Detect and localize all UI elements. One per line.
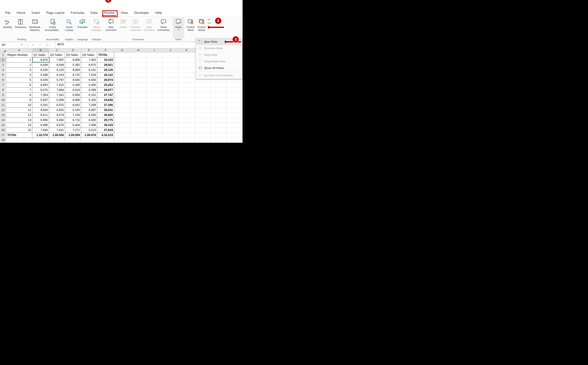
row-header[interactable]: 13 (0, 112, 6, 118)
cell[interactable]: 9,387 (81, 107, 97, 112)
cell[interactable]: 7,087 (49, 57, 65, 62)
cell[interactable] (114, 127, 130, 133)
cell[interactable] (162, 77, 178, 82)
cell[interactable]: 14 (6, 123, 32, 127)
cell[interactable]: 6,715 (65, 118, 81, 123)
cell[interactable] (114, 77, 130, 82)
cell[interactable] (227, 92, 243, 98)
cell[interactable]: 15 (6, 127, 32, 133)
cell[interactable]: Q4 Sales (81, 52, 97, 57)
cell[interactable] (114, 98, 130, 103)
tab-developer[interactable]: Developer (131, 10, 152, 16)
col-header-F[interactable]: F (97, 48, 114, 52)
cell[interactable] (49, 138, 65, 143)
cell[interactable]: 8,645 (65, 77, 81, 82)
cell[interactable] (227, 123, 243, 127)
tab-insert[interactable]: Insert (28, 10, 43, 16)
cell[interactable] (162, 87, 178, 92)
cell[interactable] (211, 138, 227, 143)
cell[interactable] (146, 52, 162, 57)
cell[interactable]: 5 (6, 77, 32, 82)
cell[interactable]: 5,413 (81, 127, 97, 133)
cell[interactable]: 7,884 (49, 87, 65, 92)
cell[interactable] (178, 92, 195, 98)
cell[interactable]: 8,575 (32, 87, 49, 92)
cell[interactable] (130, 112, 146, 118)
cell[interactable]: 1,06,076 (81, 133, 97, 138)
cell[interactable] (178, 87, 195, 92)
cell[interactable] (130, 107, 146, 112)
cell[interactable] (211, 103, 227, 107)
cell[interactable]: 27,819 (97, 127, 114, 133)
notes-button[interactable]: Notes (173, 18, 184, 38)
cell[interactable] (178, 67, 195, 72)
cell[interactable]: 7,441 (49, 127, 65, 133)
cell[interactable] (162, 112, 178, 118)
cell[interactable]: 5,655 (49, 107, 65, 112)
cell[interactable] (146, 87, 162, 92)
enter-icon[interactable]: ✓ (37, 43, 43, 47)
protect-workbook-button[interactable]: Protect Workb (196, 18, 207, 38)
cell[interactable]: 5,201 (32, 103, 49, 107)
cell[interactable] (195, 87, 210, 92)
tab-data[interactable]: Data (88, 10, 101, 16)
cell[interactable]: 7,038 (81, 103, 97, 107)
spelling-button[interactable]: abc Spelling (2, 18, 13, 38)
tab-pagelayout[interactable]: Page Layout (43, 10, 68, 16)
cell[interactable]: 5,145 (65, 107, 81, 112)
cell[interactable] (227, 127, 243, 133)
cell[interactable]: 8,052 (65, 103, 81, 107)
cell[interactable] (130, 138, 146, 143)
check-accessibility-button[interactable]: Check Accessibility ⌄ (43, 18, 62, 38)
cell[interactable]: 5,392 (65, 62, 81, 67)
cell[interactable] (178, 127, 195, 133)
cell[interactable] (227, 138, 243, 143)
cell[interactable]: 29,775 (97, 118, 114, 123)
row-header[interactable]: 11 (0, 103, 6, 107)
cell[interactable] (178, 107, 195, 112)
cell[interactable]: 7,271 (65, 127, 81, 133)
cell[interactable] (211, 112, 227, 118)
col-header-K[interactable]: K (178, 48, 195, 52)
tab-review[interactable]: Review (101, 10, 118, 16)
cell[interactable]: 8,579 (49, 112, 65, 118)
cell[interactable]: 4 (6, 72, 32, 77)
cell[interactable]: 7,694 (32, 127, 49, 133)
name-box-dropdown-icon[interactable] (21, 44, 23, 46)
cell[interactable] (162, 107, 178, 112)
cell[interactable] (97, 138, 114, 143)
cell[interactable] (130, 123, 146, 127)
cell[interactable]: 30,820 (97, 112, 114, 118)
cell[interactable]: 29,122 (97, 72, 114, 77)
cell[interactable] (130, 57, 146, 62)
cell[interactable]: 6,506 (81, 77, 97, 82)
cell[interactable] (130, 118, 146, 123)
select-all-corner[interactable] (0, 48, 6, 52)
fx-icon[interactable]: fx (45, 43, 53, 47)
cell[interactable] (162, 127, 178, 133)
cell[interactable] (195, 103, 210, 107)
cell[interactable] (211, 98, 227, 103)
cell[interactable]: 9 (6, 98, 32, 103)
cell[interactable]: 13 (6, 118, 32, 123)
thesaurus-button[interactable]: Thesaurus (14, 18, 28, 38)
cell[interactable] (178, 57, 195, 62)
cell[interactable] (146, 127, 162, 133)
col-header-E[interactable]: E (81, 48, 97, 52)
cell[interactable] (195, 123, 210, 127)
cell[interactable] (227, 118, 243, 123)
cell[interactable] (162, 82, 178, 87)
row-header[interactable]: 16 (0, 127, 6, 133)
cell[interactable] (114, 82, 130, 87)
cell[interactable] (195, 98, 210, 103)
cell[interactable] (162, 57, 178, 62)
cell[interactable]: 6,152 (81, 92, 97, 98)
new-comment-button[interactable]: New Comment (104, 18, 118, 38)
row-header[interactable]: 17 (0, 133, 6, 138)
row-header[interactable]: 3 (0, 62, 6, 67)
row-header[interactable]: 2 (0, 57, 6, 62)
cell[interactable] (130, 77, 146, 82)
cell[interactable] (130, 92, 146, 98)
cell[interactable]: 28,877 (97, 87, 114, 92)
row-header[interactable]: 4 (0, 67, 6, 72)
